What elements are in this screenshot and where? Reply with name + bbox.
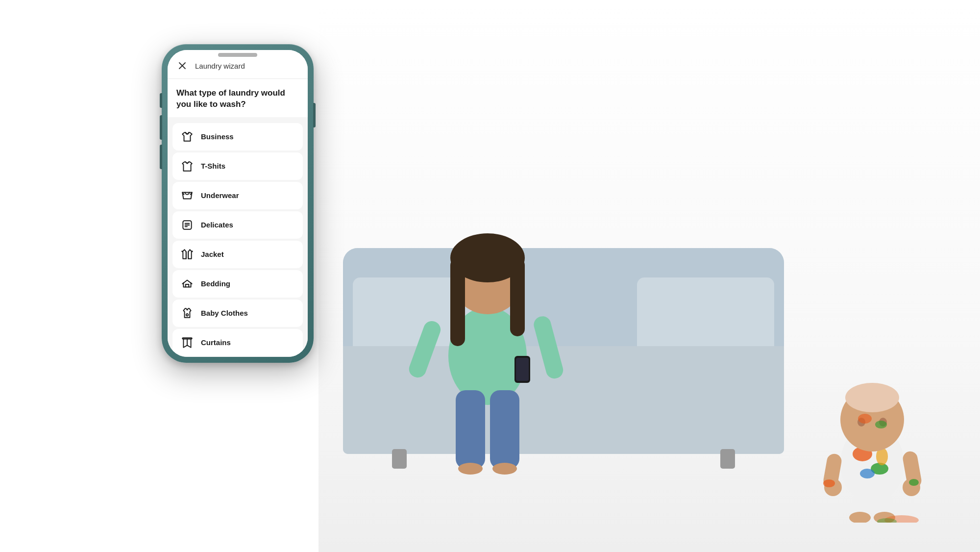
svg-point-22 [858, 414, 872, 424]
volume-down-button [160, 145, 162, 169]
list-item-tshirts[interactable]: T-Shits [172, 152, 303, 180]
question-text: What type of laundry would you like to w… [176, 88, 299, 110]
delicates-icon [180, 218, 194, 232]
bedding-icon [180, 277, 194, 291]
phone-mockup: Laundry wizard What type of laundry woul… [162, 44, 314, 363]
svg-rect-10 [516, 358, 529, 381]
list-item-jacket[interactable]: Jacket [172, 241, 303, 268]
svg-point-12 [492, 463, 517, 475]
list-item-business[interactable]: Business [172, 123, 303, 151]
item-label-bedding: Bedding [201, 279, 230, 288]
svg-point-33 [909, 479, 919, 486]
item-label-tshirts: T-Shits [201, 162, 225, 170]
laundry-list: Business T-Shits [168, 117, 308, 357]
woman-figure [377, 209, 598, 483]
underwear-icon [180, 189, 194, 202]
volume-mute-button [160, 93, 162, 108]
svg-rect-7 [407, 319, 443, 380]
volume-up-button [160, 115, 162, 140]
list-item-baby-clothes[interactable]: Baby Clothes [172, 300, 303, 327]
app-title: Laundry wizard [195, 62, 245, 70]
jacket-icon [180, 248, 194, 261]
list-item-curtains[interactable]: Curtains [172, 329, 303, 356]
svg-rect-5 [456, 390, 485, 469]
svg-rect-3 [450, 258, 465, 346]
item-label-underwear: Underwear [201, 191, 239, 200]
item-label-business: Business [201, 132, 234, 141]
svg-point-19 [845, 383, 899, 412]
background-photo [318, 0, 980, 552]
svg-rect-8 [532, 314, 565, 380]
item-label-delicates: Delicates [201, 221, 233, 229]
svg-rect-6 [490, 390, 519, 469]
svg-point-39 [186, 314, 188, 316]
baby-clothes-icon [180, 306, 194, 320]
svg-rect-4 [510, 258, 525, 336]
curtains-icon [180, 336, 194, 350]
power-button [313, 103, 316, 127]
svg-point-32 [823, 479, 835, 487]
item-label-jacket: Jacket [201, 250, 224, 258]
shirt-icon [180, 130, 194, 144]
tshirt-icon [180, 159, 194, 173]
app-screen: Laundry wizard What type of laundry woul… [168, 50, 308, 357]
baby-figure [804, 366, 941, 523]
list-item-underwear[interactable]: Underwear [172, 182, 303, 209]
svg-point-16 [860, 469, 875, 478]
question-section: What type of laundry would you like to w… [168, 79, 308, 117]
svg-point-11 [458, 463, 483, 475]
phone-notch [218, 53, 257, 57]
item-label-curtains: Curtains [201, 338, 231, 347]
list-item-delicates[interactable]: Delicates [172, 211, 303, 239]
item-label-baby-clothes: Baby Clothes [201, 309, 248, 317]
svg-point-23 [875, 421, 887, 428]
close-button[interactable] [176, 60, 188, 72]
list-item-bedding[interactable]: Bedding [172, 270, 303, 298]
